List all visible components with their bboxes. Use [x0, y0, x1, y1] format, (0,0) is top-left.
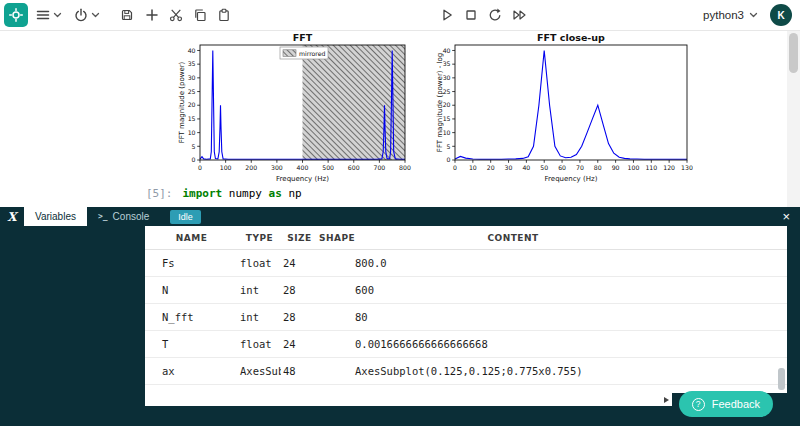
svg-text:30: 30 [505, 164, 513, 171]
cell-name: Fs [145, 250, 238, 277]
svg-text:0: 0 [447, 156, 451, 163]
svg-text:0: 0 [198, 164, 202, 171]
code-token: import [183, 187, 223, 200]
cell-shape [318, 304, 353, 331]
kernel-power-icon [73, 7, 89, 23]
table-row[interactable]: Nint28600 [145, 277, 787, 304]
panel-logo: X [0, 207, 24, 226]
svg-text:80: 80 [594, 164, 602, 171]
tab-label: Variables [35, 211, 76, 222]
svg-text:40: 40 [443, 47, 451, 54]
table-row[interactable]: axAxesSubplot48AxesSubplot(0.125,0.125;0… [145, 358, 787, 385]
restart-kernel-button[interactable] [485, 4, 505, 26]
table-scrollbar-thumb[interactable] [778, 368, 785, 390]
scroll-right-arrow-icon[interactable] [664, 397, 669, 403]
table-row[interactable]: Fsfloat24800.0 [145, 250, 787, 277]
cell-content: 600 [353, 277, 673, 304]
chevron-down-icon [749, 11, 758, 19]
cell-size: 28 [281, 277, 318, 304]
kernel-name: python3 [703, 9, 744, 21]
help-icon: ? [692, 398, 705, 411]
svg-text:25: 25 [188, 88, 196, 95]
cut-cell-button[interactable] [166, 4, 186, 26]
feedback-button[interactable]: ? Feedback [679, 391, 773, 417]
app-logo-icon [8, 7, 24, 23]
svg-text:0: 0 [192, 156, 196, 163]
add-cell-button[interactable] [142, 4, 162, 26]
app-logo[interactable] [4, 3, 28, 27]
cell-shape [318, 331, 353, 358]
svg-text:60: 60 [558, 164, 566, 171]
cell-type: AxesSubplot [238, 358, 281, 385]
svg-text:600: 600 [348, 164, 360, 171]
variables-table: NAME TYPE SIZE SHAPE CONTENT Fsfloat2480… [145, 226, 787, 393]
close-panel-button[interactable]: × [782, 209, 790, 224]
save-icon [119, 7, 135, 23]
play-icon [439, 7, 455, 23]
user-avatar[interactable]: K [770, 4, 792, 26]
panel-header: X Variables >_ Console Idle × [0, 207, 800, 226]
plus-icon [144, 7, 160, 23]
notebook-scrollbar[interactable] [787, 31, 800, 207]
cell-type: int [238, 277, 281, 304]
cell-filler [673, 250, 787, 277]
cell-shape [318, 358, 353, 385]
tab-console[interactable]: >_ Console [87, 207, 160, 226]
cell-size: 48 [281, 358, 318, 385]
svg-text:40: 40 [188, 47, 196, 54]
svg-text:100: 100 [628, 164, 640, 171]
cell-name: N_fft [145, 304, 238, 331]
svg-text:10: 10 [188, 129, 196, 136]
copy-cell-button[interactable] [190, 4, 210, 26]
x-axis-label: Frequency (Hz) [545, 175, 598, 183]
legend-label: mirrored [299, 50, 326, 57]
table-row[interactable]: Tfloat240.0016666666666666668 [145, 331, 787, 358]
horizontal-scrollbar[interactable] [145, 393, 672, 406]
cell-filler [673, 277, 787, 304]
cell-type: float [238, 331, 281, 358]
main-menu-button[interactable] [33, 4, 63, 26]
restart-icon [487, 7, 503, 23]
feedback-label: Feedback [712, 398, 760, 410]
svg-text:100: 100 [220, 164, 232, 171]
run-cell-button[interactable] [437, 4, 457, 26]
notebook-scrollbar-thumb[interactable] [789, 33, 798, 73]
x-axis-label: Frequency (Hz) [276, 175, 329, 183]
variables-table-body: Fsfloat24800.0Nint28600N_fftint2880Tfloa… [145, 250, 787, 394]
cell-content: AxesSubplot(0.125,0.125;0.775x0.755) [353, 358, 673, 385]
cell-name: ax [145, 358, 238, 385]
interrupt-kernel-button[interactable] [461, 4, 481, 26]
table-row[interactable]: N_fftint2880 [145, 304, 787, 331]
cell-type: int [238, 304, 281, 331]
svg-text:700: 700 [373, 164, 385, 171]
y-axis-label: FFT magnitude (power) [178, 61, 186, 143]
tab-variables[interactable]: Variables [24, 207, 87, 226]
cell-filler [673, 304, 787, 331]
cell-shape [318, 385, 353, 394]
chevron-down-icon [53, 11, 62, 19]
cell-shape [318, 277, 353, 304]
svg-text:400: 400 [297, 164, 309, 171]
scissors-icon [168, 7, 184, 23]
svg-text:300: 300 [271, 164, 283, 171]
cell-size: 24 [281, 250, 318, 277]
chart-title: FFT close-up [537, 33, 605, 43]
svg-text:50: 50 [540, 164, 548, 171]
mirrored-region [303, 45, 406, 160]
chevron-down-icon [91, 11, 100, 19]
svg-text:10: 10 [469, 164, 477, 171]
paste-cell-button[interactable] [214, 4, 234, 26]
tab-label: Console [113, 211, 150, 222]
kernel-menu-button[interactable] [71, 4, 101, 26]
hamburger-icon [35, 7, 51, 23]
save-button[interactable] [117, 4, 137, 26]
run-all-button[interactable] [508, 4, 530, 26]
notebook-area[interactable]: 0100200300400500600700800051015202530354… [0, 31, 787, 207]
cell-content: 800.0 [353, 250, 673, 277]
column-header-content: CONTENT [353, 226, 673, 250]
kernel-selector[interactable]: python3 [703, 4, 758, 26]
code-token: np [282, 187, 302, 200]
code-editor[interactable]: import numpy as np [183, 187, 302, 200]
code-cell[interactable]: [5]: import numpy as np [146, 187, 302, 200]
column-header-type: TYPE [238, 226, 281, 250]
